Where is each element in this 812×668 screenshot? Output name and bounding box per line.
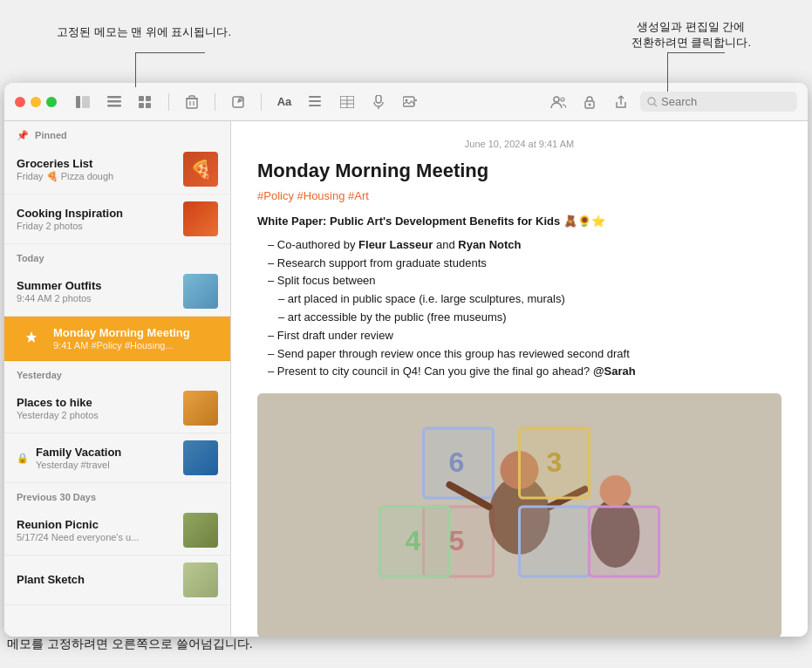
svg-rect-49 [520,507,590,576]
note-item-groceries[interactable]: Groceries List Friday 🍕 Pizza dough 🍕 [4,145,230,194]
note-text-places: Places to hike Yesterday 2 photos [17,396,176,420]
close-button[interactable] [15,97,25,107]
bottom-annotation: 메모를 고정하려면 오른쪽으로 쓸어넘깁니다. [7,637,253,652]
note-meta-groceries: Friday 🍕 Pizza dough [17,171,176,182]
svg-rect-50 [590,507,659,576]
pin-icon [25,331,38,345]
note-meta-monday: 9:41 AM #Policy #Housing... [53,340,218,351]
note-meta-places: Yesterday 2 photos [17,410,176,420]
note-thumb-plant [183,562,218,597]
svg-rect-16 [309,96,321,98]
svg-rect-7 [139,103,144,108]
media-icon [403,96,417,108]
checklist-icon [309,96,323,108]
lock-icon [583,95,596,109]
note-thumb-places [183,391,218,426]
note-item-monday[interactable]: Monday Morning Meeting 9:41 AM #Policy #… [4,317,230,361]
lock-indicator: 🔒 [17,453,29,464]
lock-button[interactable] [577,90,602,114]
note-item-plant[interactable]: Plant Sketch [4,556,230,605]
sidebar-icon [76,96,90,108]
svg-rect-1 [82,96,90,108]
toolbar-separator-1 [168,93,169,111]
search-box[interactable] [640,92,797,112]
audio-button[interactable] [366,90,391,114]
note-meta-summer: 9:44 AM 2 photos [17,293,176,303]
svg-text:4: 4 [406,525,421,556]
note-photo: 6 5 4 3 [257,393,781,637]
main-content: 📌 Pinned Groceries List Friday 🍕 Pizza d… [4,121,808,637]
checklist-button[interactable] [304,90,328,114]
svg-rect-4 [107,105,121,107]
media-button[interactable] [398,90,422,114]
bullet-5: – art accessible by the public (free mus… [257,309,781,327]
compose-icon [231,95,245,109]
traffic-lights [15,97,57,107]
toolbar-separator-3 [261,93,262,111]
note-date: June 10, 2024 at 9:41 AM [257,139,781,149]
top-left-annotation: 고정된 메모는 맨 위에 표시됩니다. [57,24,231,40]
note-item-family[interactable]: 🔒 Family Vacation Yesterday #travel [4,433,230,483]
note-text-monday: Monday Morning Meeting 9:41 AM #Policy #… [53,326,218,351]
list-view-button[interactable] [102,90,126,114]
list-icon [107,96,121,108]
today-section-header: Today [4,244,230,267]
previous-section-header: Previous 30 Days [4,483,230,506]
note-title-reunion: Reunion Picnic [17,518,176,531]
note-title-monday: Monday Morning Meeting [53,326,218,339]
note-tags: #Policy #Housing #Art [257,189,781,202]
note-body: White Paper: Public Art's Development Be… [257,213,781,381]
svg-rect-3 [107,100,121,103]
format-button[interactable]: Aa [272,90,297,114]
search-icon [647,97,658,107]
grid-view-button[interactable] [133,90,158,114]
note-meta-reunion: 5/17/24 Need everyone's u... [17,532,176,542]
sidebar-toggle-button[interactable] [71,90,95,114]
bullet-6: – First draft under review [257,327,781,345]
table-icon [340,96,354,108]
note-meta-family: Yesterday #travel [36,460,176,470]
note-thumb-cooking [183,201,218,236]
note-item-cooking[interactable]: Cooking Inspiration Friday 2 photos [4,194,230,244]
note-title-plant: Plant Sketch [17,573,176,586]
titlebar: Aa [4,83,808,121]
top-right-annotation: 생성일과 편집일 간에 전환하려면 클릭합니다. [631,19,751,51]
compose-button[interactable] [226,90,250,114]
svg-text:6: 6 [449,446,465,478]
pin-badge [17,324,46,353]
svg-rect-2 [107,96,121,99]
bullet-2: – Research support from graduate student… [257,255,781,273]
grid-icon [139,96,153,108]
delete-button[interactable] [180,90,204,114]
minimize-button[interactable] [31,97,41,107]
toolbar-separator-2 [215,93,215,111]
notes-sidebar: 📌 Pinned Groceries List Friday 🍕 Pizza d… [4,121,231,637]
svg-text:5: 5 [449,525,465,556]
note-title-places: Places to hike [17,396,176,409]
svg-point-28 [554,97,559,102]
hopscotch-svg: 6 5 4 3 [257,393,781,637]
share-icon [615,95,627,109]
search-input[interactable] [661,95,783,108]
svg-point-27 [406,99,408,101]
svg-line-33 [654,104,657,106]
note-item-reunion[interactable]: Reunion Picnic 5/17/24 Need everyone's u… [4,506,230,556]
note-thumb-groceries: 🍕 [183,152,218,187]
note-item-summer[interactable]: Summer Outfits 9:44 AM 2 photos [4,267,230,317]
note-item-places[interactable]: Places to hike Yesterday 2 photos [4,384,230,433]
maximize-button[interactable] [46,97,57,107]
note-meta-cooking: Friday 2 photos [17,221,176,231]
svg-rect-11 [189,96,194,99]
note-thumb-summer [183,274,218,309]
svg-rect-5 [139,96,144,101]
note-text-groceries: Groceries List Friday 🍕 Pizza dough [17,157,176,182]
collaboration-button[interactable] [546,90,570,114]
pinned-section-header: 📌 Pinned [4,121,230,145]
svg-rect-0 [76,96,80,108]
note-heading: Monday Morning Meeting [257,160,781,182]
svg-point-44 [600,475,631,507]
share-button[interactable] [609,90,633,114]
svg-point-32 [648,98,655,105]
svg-rect-17 [309,100,321,102]
table-button[interactable] [335,90,359,114]
